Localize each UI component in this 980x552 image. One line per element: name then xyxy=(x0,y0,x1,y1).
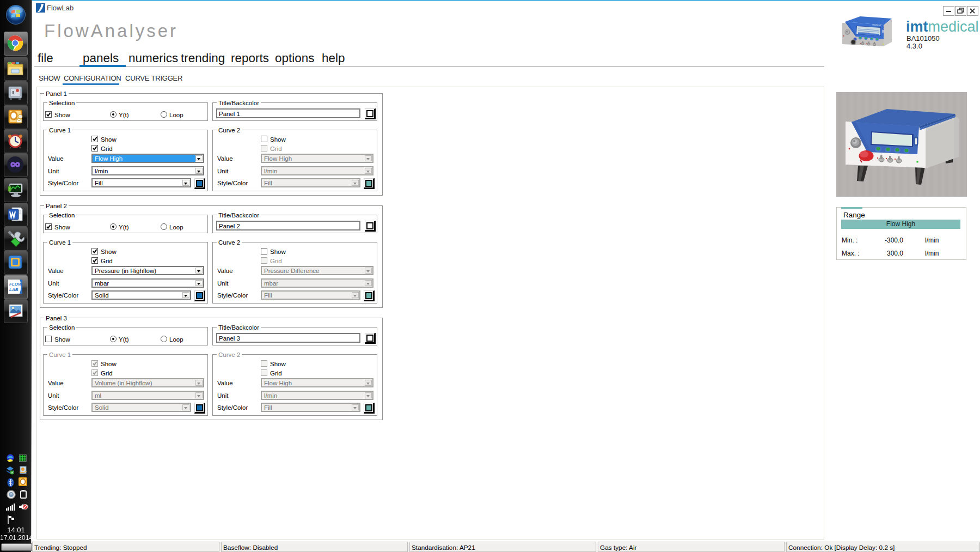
svg-text:FLOW: FLOW xyxy=(9,282,23,287)
svg-text:LAB: LAB xyxy=(9,287,19,292)
